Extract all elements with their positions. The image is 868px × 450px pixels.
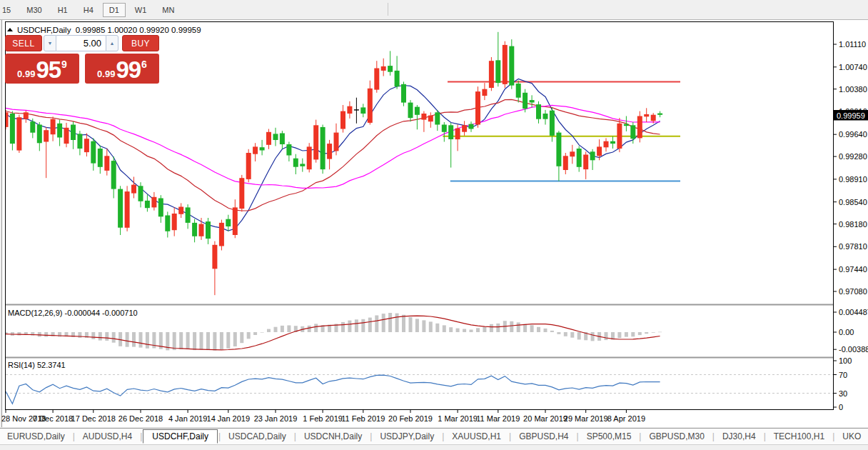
tab-separator: | (509, 431, 511, 441)
tab-separator: | (832, 431, 834, 441)
chart-tab-xauusd-h1[interactable]: XAUUSD,H1 (445, 430, 508, 443)
tab-separator: | (764, 431, 766, 441)
svg-text:20 Feb 2019: 20 Feb 2019 (388, 414, 433, 423)
svg-text:7 Dec 2018: 7 Dec 2018 (33, 414, 73, 423)
lot-increase-button[interactable]: ▲ (106, 35, 118, 51)
svg-text:RSI(14) 52.3741: RSI(14) 52.3741 (8, 361, 66, 369)
svg-text:17 Dec 2018: 17 Dec 2018 (71, 414, 116, 423)
one-click-trading-panel: SELL ▼ ▲ BUY 0.99959 0.99996 (5, 35, 165, 84)
chart-tab-usdcad-daily[interactable]: USDCAD,Daily (221, 430, 293, 443)
chart-tab-bar: EURUSD,Daily|AUDUSD,H4|USDCHF,Daily|USDC… (0, 428, 868, 444)
svg-text:0.97440: 0.97440 (839, 265, 867, 274)
tab-separator: | (370, 431, 372, 441)
lot-decrease-button[interactable]: ▼ (44, 35, 56, 51)
tab-separator: | (73, 431, 75, 441)
svg-text:23 Jan 2019: 23 Jan 2019 (254, 414, 298, 423)
svg-text:MACD(12,26,9) -0.000044 -0.000: MACD(12,26,9) -0.000044 -0.000710 (8, 309, 138, 317)
svg-text:0.004487: 0.004487 (839, 308, 868, 316)
chart-tab-usdchf-daily[interactable]: USDCHF,Daily (143, 429, 218, 444)
svg-text:1 Feb 2019: 1 Feb 2019 (303, 414, 343, 423)
tab-separator: | (639, 431, 641, 441)
svg-text:20 Mar 2019: 20 Mar 2019 (523, 414, 567, 423)
svg-text:0.99959: 0.99959 (837, 111, 865, 120)
svg-text:100: 100 (839, 356, 852, 365)
svg-text:1.00740: 1.00740 (839, 63, 867, 71)
chart-tab-gbpusd-h4[interactable]: GBPUSD,H4 (512, 430, 575, 443)
timeframe-button-h4[interactable]: H4 (77, 3, 100, 17)
svg-text:11 Mar 2019: 11 Mar 2019 (476, 414, 520, 423)
svg-text:1 Mar 2019: 1 Mar 2019 (438, 414, 478, 423)
svg-text:70: 70 (839, 371, 847, 379)
svg-text:0.98180: 0.98180 (839, 220, 867, 229)
toolbar-divider (388, 3, 388, 16)
buy-button[interactable]: BUY (122, 35, 159, 51)
buy-price-box[interactable]: 0.99996 (85, 54, 159, 84)
timeframe-button-h1[interactable]: H1 (51, 3, 74, 17)
timeframe-button-15[interactable]: 15 (0, 3, 17, 17)
svg-text:0.98910: 0.98910 (839, 175, 867, 184)
timeframe-button-m30[interactable]: M30 (20, 3, 48, 17)
chart-tab-audusd-h4[interactable]: AUDUSD,H4 (76, 430, 139, 443)
chart-tab-usdjpy-daily[interactable]: USDJPY,Daily (373, 430, 441, 443)
svg-text:0.99280: 0.99280 (839, 152, 867, 161)
tab-separator: | (140, 431, 142, 441)
svg-text:1.01110: 1.01110 (839, 40, 866, 49)
tab-separator: | (294, 431, 296, 441)
timeframe-toolbar: 15M30H1H4D1W1MN (0, 0, 868, 20)
lot-size-input[interactable] (56, 35, 106, 51)
svg-text:0.98540: 0.98540 (839, 198, 867, 206)
buy-price-big: 99 (116, 58, 141, 81)
buy-price-prefix: 0.99 (97, 67, 115, 81)
svg-text:USDCHF,Daily 0.99985 1.00020: USDCHF,Daily 0.99985 1.00020 0.99920 0.9… (17, 26, 201, 34)
svg-text:8 Apr 2019: 8 Apr 2019 (607, 414, 645, 423)
chart-tab-eurusd-daily[interactable]: EURUSD,Daily (0, 430, 72, 443)
spinner-down-icon: ▼ (48, 41, 53, 46)
svg-text:29 Mar 2019: 29 Mar 2019 (564, 414, 608, 423)
chart-tab-uko[interactable]: UKO (835, 430, 868, 443)
chart-tab-gbpusd-m30[interactable]: GBPUSD,M30 (642, 430, 711, 443)
svg-text:30: 30 (839, 389, 847, 398)
chart-tab-dj30-h4[interactable]: DJ30,H4 (715, 430, 763, 443)
svg-text:0: 0 (839, 403, 843, 411)
sell-price-sup: 9 (61, 59, 67, 69)
tab-separator: | (442, 431, 444, 441)
chart-tab-usdcnh-daily[interactable]: USDCNH,Daily (297, 430, 369, 443)
svg-text:14 Jan 2019: 14 Jan 2019 (207, 414, 251, 423)
svg-text:0.97080: 0.97080 (839, 287, 867, 296)
svg-text:-0.003883: -0.003883 (839, 345, 868, 354)
sell-price-prefix: 0.99 (17, 67, 35, 81)
chart-tab-tech100-h1[interactable]: TECH100,H1 (767, 430, 832, 443)
timeframe-button-w1[interactable]: W1 (128, 3, 153, 17)
tab-separator: | (577, 431, 579, 441)
svg-text:0.97810: 0.97810 (839, 242, 867, 251)
chart-tab-sp500-m15[interactable]: SP500,M15 (580, 430, 639, 443)
buy-price-sup: 6 (141, 59, 147, 69)
svg-text:4 Jan 2019: 4 Jan 2019 (168, 414, 207, 423)
svg-text:0.99640: 0.99640 (839, 130, 867, 139)
sell-price-big: 95 (36, 58, 61, 81)
tab-separator: | (218, 431, 221, 441)
sell-button[interactable]: SELL (5, 35, 42, 51)
svg-text:0.00: 0.00 (839, 328, 854, 336)
timeframe-button-d1[interactable]: D1 (103, 3, 126, 17)
svg-text:11 Feb 2019: 11 Feb 2019 (341, 414, 385, 423)
timeframe-button-mn[interactable]: MN (156, 3, 181, 17)
spinner-up-icon: ▲ (110, 41, 115, 46)
tab-separator: | (712, 431, 715, 441)
svg-text:1.00380: 1.00380 (839, 85, 867, 94)
sell-price-box[interactable]: 0.99959 (5, 54, 79, 84)
status-bar (0, 444, 868, 450)
svg-text:26 Dec 2018: 26 Dec 2018 (118, 414, 163, 423)
